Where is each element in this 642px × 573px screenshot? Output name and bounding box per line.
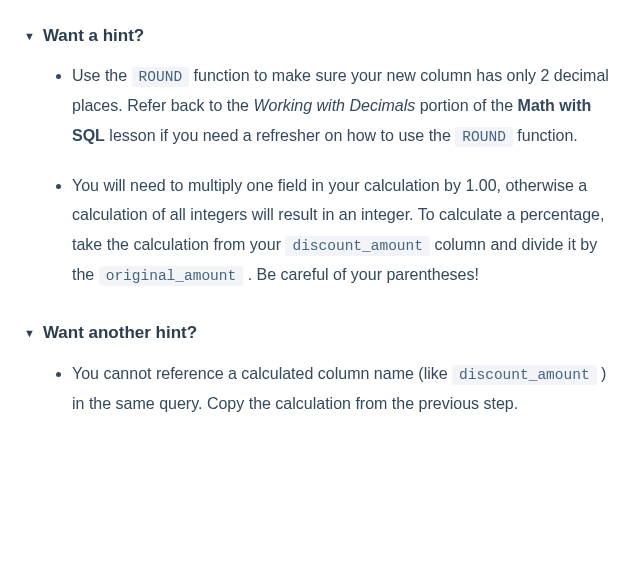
hint-list-2: You cannot reference a calculated column… [24,359,618,418]
hint-section-1: ▼ Want a hint? Use the ROUND function to… [24,20,618,289]
code-round: ROUND [132,67,190,87]
code-original-amount: original_amount [99,266,244,286]
hint-list-1: Use the ROUND function to make sure your… [24,61,618,289]
list-item: Use the ROUND function to make sure your… [72,61,618,150]
code-discount-amount: discount_amount [452,365,597,385]
list-item: You cannot reference a calculated column… [72,359,618,418]
triangle-down-icon: ▼ [24,26,35,46]
hint-title-2: Want another hint? [43,317,197,348]
hint-section-2: ▼ Want another hint? You cannot referenc… [24,317,618,418]
hint-text: Use the [72,67,132,84]
list-item: You will need to multiply one field in y… [72,171,618,290]
italic-text: Working with Decimals [253,97,415,114]
hint-header-1[interactable]: ▼ Want a hint? [24,20,618,51]
hint-text: function. [513,127,578,144]
hint-text: You cannot reference a calculated column… [72,365,452,382]
hint-text: . Be careful of your parentheses! [243,266,479,283]
hint-title-1: Want a hint? [43,20,144,51]
hint-text: portion of the [415,97,517,114]
hint-text: lesson if you need a refresher on how to… [105,127,455,144]
code-discount-amount: discount_amount [285,236,430,256]
code-round: ROUND [455,127,513,147]
hint-header-2[interactable]: ▼ Want another hint? [24,317,618,348]
triangle-down-icon: ▼ [24,323,35,343]
